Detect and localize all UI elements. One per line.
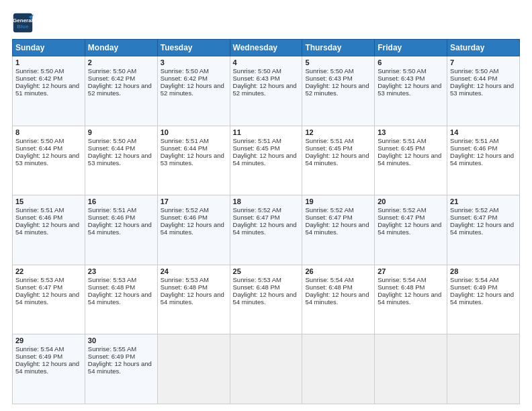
svg-text:Blue: Blue [17,24,29,30]
day-info: Sunrise: 5:53 AMSunset: 6:48 PMDaylight:… [161,276,224,306]
header: General Blue [12,12,520,34]
day-number: 12 [305,128,371,136]
col-header-tuesday: Tuesday [157,40,230,56]
col-header-friday: Friday [375,40,447,56]
calendar-cell [375,334,447,404]
calendar-cell: 13Sunrise: 5:51 AMSunset: 6:45 PMDayligh… [375,126,447,195]
day-info: Sunrise: 5:51 AMSunset: 6:44 PMDaylight:… [161,137,224,167]
page: General Blue SundayMondayTuesdayWednesda… [0,0,532,411]
calendar-cell: 2Sunrise: 5:50 AMSunset: 6:42 PMDaylight… [85,56,157,126]
day-number: 23 [88,267,154,275]
calendar-cell: 14Sunrise: 5:51 AMSunset: 6:46 PMDayligh… [447,126,520,195]
logo-icon: General Blue [12,12,34,34]
calendar-cell: 3Sunrise: 5:50 AMSunset: 6:42 PMDaylight… [157,56,230,126]
col-header-monday: Monday [85,40,157,56]
day-number: 24 [161,267,227,275]
day-info: Sunrise: 5:51 AMSunset: 6:46 PMDaylight:… [450,137,514,167]
day-number: 3 [161,58,227,66]
calendar-cell: 8Sunrise: 5:50 AMSunset: 6:44 PMDaylight… [13,126,85,195]
day-number: 14 [450,128,517,136]
day-number: 28 [450,267,517,275]
calendar-week-1: 1Sunrise: 5:50 AMSunset: 6:42 PMDaylight… [13,56,520,126]
col-header-sunday: Sunday [13,40,85,56]
day-info: Sunrise: 5:50 AMSunset: 6:44 PMDaylight:… [88,137,152,167]
day-number: 17 [161,197,227,205]
day-number: 30 [88,336,154,345]
day-number: 8 [15,128,82,136]
day-info: Sunrise: 5:54 AMSunset: 6:49 PMDaylight:… [450,276,514,306]
calendar-cell: 30Sunrise: 5:55 AMSunset: 6:49 PMDayligh… [85,334,157,404]
day-info: Sunrise: 5:50 AMSunset: 6:43 PMDaylight:… [305,67,369,97]
calendar-cell: 5Sunrise: 5:50 AMSunset: 6:43 PMDaylight… [302,56,375,126]
calendar-cell: 15Sunrise: 5:51 AMSunset: 6:46 PMDayligh… [13,195,85,265]
day-info: Sunrise: 5:53 AMSunset: 6:47 PMDaylight:… [15,276,79,306]
calendar-cell: 29Sunrise: 5:54 AMSunset: 6:49 PMDayligh… [13,334,85,404]
calendar-cell [157,334,230,404]
calendar-cell: 21Sunrise: 5:52 AMSunset: 6:47 PMDayligh… [447,195,520,265]
day-number: 25 [233,267,300,275]
calendar-cell [230,334,302,404]
day-info: Sunrise: 5:53 AMSunset: 6:48 PMDaylight:… [88,276,152,306]
day-number: 21 [450,197,517,205]
day-number: 18 [233,197,300,205]
day-info: Sunrise: 5:51 AMSunset: 6:46 PMDaylight:… [15,206,79,236]
day-info: Sunrise: 5:50 AMSunset: 6:44 PMDaylight:… [450,67,514,97]
day-info: Sunrise: 5:52 AMSunset: 6:47 PMDaylight:… [305,206,369,236]
day-info: Sunrise: 5:50 AMSunset: 6:44 PMDaylight:… [15,137,79,167]
calendar-week-2: 8Sunrise: 5:50 AMSunset: 6:44 PMDaylight… [13,126,520,195]
day-info: Sunrise: 5:51 AMSunset: 6:46 PMDaylight:… [88,206,152,236]
day-info: Sunrise: 5:51 AMSunset: 6:45 PMDaylight:… [233,137,297,167]
day-info: Sunrise: 5:54 AMSunset: 6:48 PMDaylight:… [378,276,441,306]
day-number: 5 [305,58,371,66]
calendar-cell: 27Sunrise: 5:54 AMSunset: 6:48 PMDayligh… [375,265,447,334]
day-number: 29 [15,336,82,345]
day-number: 4 [233,58,300,66]
calendar-cell: 7Sunrise: 5:50 AMSunset: 6:44 PMDaylight… [447,56,520,126]
day-number: 11 [233,128,300,136]
day-info: Sunrise: 5:52 AMSunset: 6:47 PMDaylight:… [450,206,514,236]
day-number: 9 [88,128,154,136]
day-number: 15 [15,197,82,205]
calendar-week-3: 15Sunrise: 5:51 AMSunset: 6:46 PMDayligh… [13,195,520,265]
calendar-cell: 25Sunrise: 5:53 AMSunset: 6:48 PMDayligh… [230,265,302,334]
calendar-cell: 18Sunrise: 5:52 AMSunset: 6:47 PMDayligh… [230,195,302,265]
calendar-cell [447,334,520,404]
day-number: 26 [305,267,371,275]
day-info: Sunrise: 5:51 AMSunset: 6:45 PMDaylight:… [305,137,369,167]
day-info: Sunrise: 5:54 AMSunset: 6:48 PMDaylight:… [305,276,369,306]
day-info: Sunrise: 5:52 AMSunset: 6:46 PMDaylight:… [161,206,224,236]
day-info: Sunrise: 5:54 AMSunset: 6:49 PMDaylight:… [15,345,79,375]
day-info: Sunrise: 5:53 AMSunset: 6:48 PMDaylight:… [233,276,297,306]
day-number: 6 [378,58,444,66]
day-number: 1 [15,58,82,66]
calendar-cell: 12Sunrise: 5:51 AMSunset: 6:45 PMDayligh… [302,126,375,195]
calendar-cell: 9Sunrise: 5:50 AMSunset: 6:44 PMDaylight… [85,126,157,195]
calendar-cell: 17Sunrise: 5:52 AMSunset: 6:46 PMDayligh… [157,195,230,265]
calendar-cell: 16Sunrise: 5:51 AMSunset: 6:46 PMDayligh… [85,195,157,265]
day-info: Sunrise: 5:51 AMSunset: 6:45 PMDaylight:… [378,137,441,167]
day-info: Sunrise: 5:50 AMSunset: 6:42 PMDaylight:… [88,67,152,97]
calendar-week-4: 22Sunrise: 5:53 AMSunset: 6:47 PMDayligh… [13,265,520,334]
calendar-cell: 23Sunrise: 5:53 AMSunset: 6:48 PMDayligh… [85,265,157,334]
calendar-cell: 4Sunrise: 5:50 AMSunset: 6:43 PMDaylight… [230,56,302,126]
calendar-week-5: 29Sunrise: 5:54 AMSunset: 6:49 PMDayligh… [13,334,520,404]
calendar-cell: 19Sunrise: 5:52 AMSunset: 6:47 PMDayligh… [302,195,375,265]
calendar-cell: 24Sunrise: 5:53 AMSunset: 6:48 PMDayligh… [157,265,230,334]
svg-text:General: General [13,17,33,24]
day-info: Sunrise: 5:52 AMSunset: 6:47 PMDaylight:… [233,206,297,236]
calendar-cell: 28Sunrise: 5:54 AMSunset: 6:49 PMDayligh… [447,265,520,334]
col-header-wednesday: Wednesday [230,40,302,56]
col-header-saturday: Saturday [447,40,520,56]
calendar-cell: 26Sunrise: 5:54 AMSunset: 6:48 PMDayligh… [302,265,375,334]
calendar-header-row: SundayMondayTuesdayWednesdayThursdayFrid… [13,40,520,56]
day-number: 22 [15,267,82,275]
calendar-cell: 1Sunrise: 5:50 AMSunset: 6:42 PMDaylight… [13,56,85,126]
day-number: 13 [378,128,444,136]
calendar-cell: 6Sunrise: 5:50 AMSunset: 6:43 PMDaylight… [375,56,447,126]
calendar-cell [302,334,375,404]
day-info: Sunrise: 5:50 AMSunset: 6:42 PMDaylight:… [15,67,79,97]
calendar-cell: 22Sunrise: 5:53 AMSunset: 6:47 PMDayligh… [13,265,85,334]
col-header-thursday: Thursday [302,40,375,56]
day-number: 19 [305,197,371,205]
day-number: 2 [88,58,154,66]
